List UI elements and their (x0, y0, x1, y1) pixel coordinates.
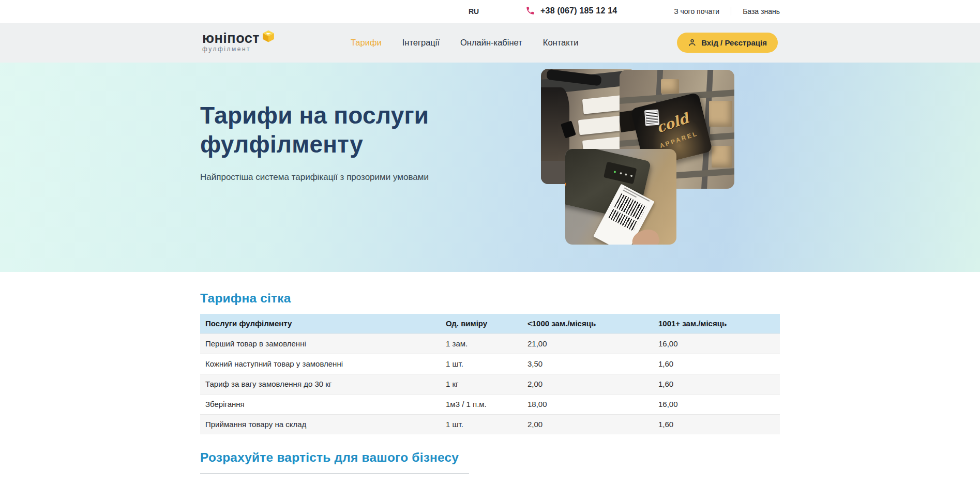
table-cell-unit: 1м3 / 1 п.м. (441, 394, 522, 414)
topbar-link-knowledge-base[interactable]: База знань (743, 7, 780, 16)
table-cell-service: Перший товар в замовленні (200, 334, 441, 354)
cardboard-box-graphic (712, 146, 732, 167)
topbar-divider (731, 7, 731, 16)
cardboard-box-graphic (661, 79, 680, 94)
table-row: Зберігання 1м3 / 1 п.м. 18,00 16,00 (200, 394, 780, 414)
phone-icon (525, 6, 535, 16)
table-cell-unit: 1 шт. (441, 354, 522, 374)
table-cell-price-high: 1,60 (653, 374, 780, 394)
pricing-section-title: Тарифна сітка (200, 291, 780, 306)
printer-latch-graphic (565, 181, 566, 194)
table-cell-service: Тариф за вагу замовлення до 30 кг (200, 374, 441, 394)
topbar-link-getting-started[interactable]: З чого почати (674, 7, 719, 16)
table-cell-price-low: 3,50 (522, 354, 653, 374)
hero-text: Тарифи на послуги фулфілменту Найпростіш… (200, 101, 490, 183)
language-switcher[interactable]: RU (469, 7, 479, 16)
header: юніпост фулфілмент Тарифи Інтеграції Онл… (0, 23, 980, 63)
hero-subtitle: Найпростіша система тарифікації з прозор… (200, 172, 490, 183)
printer-button-graphic (625, 173, 627, 176)
printer-led-graphic (613, 171, 616, 173)
table-cell-price-high: 16,00 (653, 394, 780, 414)
main-content: Тарифна сітка Послуги фулфілменту Од. ви… (0, 272, 980, 474)
label-printer-photo (565, 149, 676, 245)
nav-item-contacts[interactable]: Контакти (543, 38, 579, 48)
phone-number[interactable]: +38 (067) 185 12 14 (540, 6, 617, 16)
page-title: Тарифи на послуги фулфілменту (200, 101, 490, 159)
table-header-unit: Од. виміру (441, 314, 522, 334)
printer-button-graphic (620, 172, 622, 174)
table-header-service: Послуги фулфілменту (200, 314, 441, 334)
table-cell-service: Зберігання (200, 394, 441, 414)
table-cell-service: Кожний наступний товар у замовленні (200, 354, 441, 374)
table-header-row: Послуги фулфілменту Од. виміру <1000 зам… (200, 314, 780, 334)
table-cell-price-high: 16,00 (653, 334, 780, 354)
calculator-section-title: Розрахуйте вартість для вашого бізнесу (200, 450, 780, 465)
logo-tagline: фулфілмент (202, 46, 260, 53)
user-icon (688, 38, 697, 47)
topbar-links: З чого почати База знань (674, 7, 780, 16)
printer-panel-graphic (604, 161, 637, 184)
table-cell-service: Приймання товару на склад (200, 414, 441, 434)
table-cell-price-high: 1,60 (653, 414, 780, 434)
table-cell-unit: 1 кг (441, 374, 522, 394)
table-cell-price-low: 21,00 (522, 334, 653, 354)
table-cell-price-low: 18,00 (522, 394, 653, 414)
logo[interactable]: юніпост фулфілмент (202, 32, 275, 53)
main-nav: Тарифи Інтеграції Онлайн-кабінет Контакт… (351, 23, 578, 63)
logo-cube-icon (262, 29, 275, 45)
nav-item-cabinet[interactable]: Онлайн-кабінет (460, 38, 522, 48)
topbar: RU +38 (067) 185 12 14 З чого почати Баз… (0, 0, 980, 23)
table-cell-unit: 1 зам. (441, 334, 522, 354)
printer-button-graphic (630, 174, 632, 177)
table-row: Тариф за вагу замовлення до 30 кг 1 кг 2… (200, 374, 780, 394)
logo-name: юніпост (202, 32, 260, 45)
cardboard-box-graphic (709, 101, 732, 127)
login-button-label: Вхід / Реєстрація (701, 38, 767, 47)
table-cell-price-high: 1,60 (653, 354, 780, 374)
login-button[interactable]: Вхід / Реєстрація (677, 33, 778, 53)
table-row: Перший товар в замовленні 1 зам. 21,00 1… (200, 334, 780, 354)
table-header-over-1001: 1001+ зам./місяць (653, 314, 780, 334)
next-section-edge (200, 473, 469, 474)
table-cell-price-low: 2,00 (522, 414, 653, 434)
nav-item-integrations[interactable]: Інтеграції (402, 38, 440, 48)
nav-item-tariffs[interactable]: Тарифи (351, 38, 382, 48)
table-row: Кожний наступний товар у замовленні 1 шт… (200, 354, 780, 374)
table-header-under-1000: <1000 зам./місяць (522, 314, 653, 334)
phone-link[interactable]: +38 (067) 185 12 14 (525, 6, 617, 16)
table-cell-unit: 1 шт. (441, 414, 522, 434)
hero-section: Тарифи на послуги фулфілменту Найпростіш… (0, 63, 980, 272)
table-cell-price-low: 2,00 (522, 374, 653, 394)
pricing-table: Послуги фулфілменту Од. виміру <1000 зам… (200, 314, 780, 434)
table-row: Приймання товару на склад 1 шт. 2,00 1,6… (200, 414, 780, 434)
package-brand-text: cold (654, 110, 690, 136)
